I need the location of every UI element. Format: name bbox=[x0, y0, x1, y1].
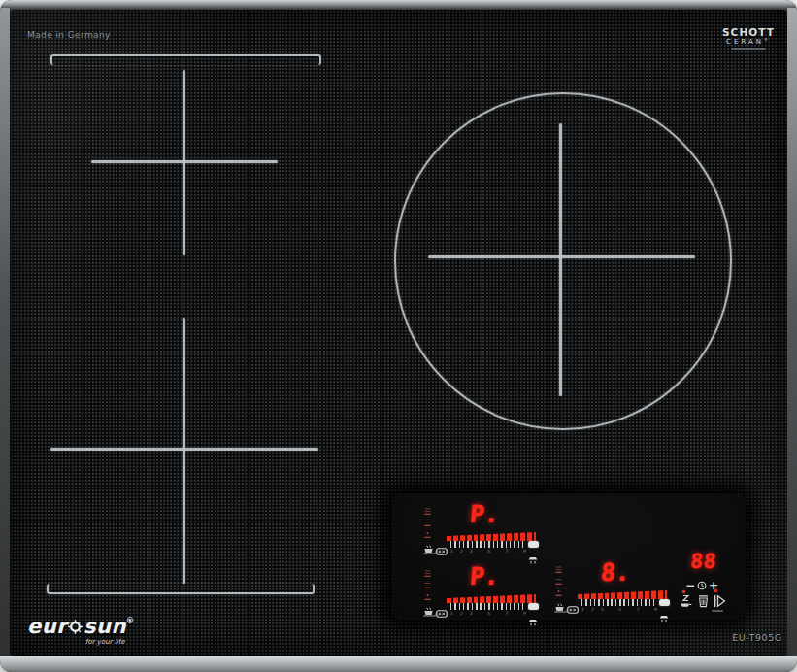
power-level-display: P. bbox=[461, 563, 508, 589]
rear-flex-zone-bracket bbox=[50, 54, 321, 65]
slider-scale-labels: 123·5·7·9 bbox=[450, 611, 526, 616]
circle-zone-outline bbox=[394, 92, 732, 430]
slider-scale-labels: 123·5·7·9 bbox=[581, 607, 657, 612]
slider-off-label: OFF bbox=[435, 612, 445, 617]
warm-level-icons[interactable] bbox=[423, 569, 432, 601]
keep-warm-icon[interactable] bbox=[423, 540, 434, 558]
warm-level-mid-icon[interactable] bbox=[423, 519, 432, 527]
schott-line2: CERAN® bbox=[715, 38, 781, 46]
warm-level-mid-icon[interactable] bbox=[554, 577, 563, 586]
warm-level-mid-icon[interactable] bbox=[423, 581, 432, 589]
front-flex-zone-bracket bbox=[47, 584, 315, 594]
model-label: EU-T905G bbox=[726, 632, 788, 643]
power-level-display: 8. bbox=[592, 559, 639, 586]
circle-cross-horizontal bbox=[428, 255, 695, 258]
timer-controls: − + bbox=[685, 576, 718, 594]
power-slider[interactable] bbox=[581, 599, 657, 606]
keep-warm-pan-icon[interactable] bbox=[681, 593, 692, 612]
power-slider[interactable] bbox=[450, 603, 526, 610]
front-flex-cross-horizontal bbox=[50, 448, 318, 451]
power-level-bar bbox=[447, 594, 536, 603]
keep-warm-icon[interactable] bbox=[554, 598, 565, 617]
timer-minus-button[interactable]: − bbox=[685, 580, 695, 591]
slider-boost-cap[interactable] bbox=[528, 541, 539, 548]
front-flex-cross-vertical bbox=[183, 318, 185, 584]
warm-level-icons[interactable] bbox=[554, 565, 563, 597]
zone-control-right: 8. OFF 123·5·7·9 bbox=[554, 562, 673, 615]
rear-flex-cross-vertical bbox=[183, 70, 185, 255]
power-level-display: P. bbox=[461, 501, 508, 527]
warm-level-high-icon[interactable] bbox=[554, 565, 563, 574]
slider-scale-labels: 123·5·7·9 bbox=[450, 549, 526, 554]
lock-play-micro-label bbox=[712, 610, 723, 612]
slider-boost-cap[interactable] bbox=[659, 599, 670, 606]
warm-level-high-icon[interactable] bbox=[423, 569, 432, 578]
warm-level-low-icon[interactable] bbox=[423, 530, 432, 539]
zone-control-front-left: P. OFF 123·5·7·9 bbox=[423, 566, 542, 619]
warm-level-low-icon[interactable] bbox=[554, 588, 563, 597]
pot-icon[interactable] bbox=[698, 593, 709, 612]
function-indicator-dot bbox=[714, 589, 717, 592]
power-level-bar bbox=[578, 590, 667, 599]
schott-line1: SCHOTT bbox=[715, 26, 781, 38]
booster-icon[interactable] bbox=[528, 550, 538, 568]
eurosun-logo: eursun® for your life bbox=[27, 615, 134, 638]
warm-level-low-icon[interactable] bbox=[423, 592, 432, 601]
induction-hob: Made in Germany SCHOTT CERAN® bbox=[0, 0, 797, 672]
logo-tagline: for your life bbox=[85, 638, 124, 646]
timer-display: 88 bbox=[686, 551, 721, 572]
rear-flex-cross-horizontal bbox=[91, 160, 278, 163]
logo-word: eursun® bbox=[27, 615, 134, 638]
made-in-label: Made in Germany bbox=[27, 30, 111, 40]
power-slider[interactable] bbox=[450, 541, 526, 548]
slider-off-label: OFF bbox=[566, 608, 576, 613]
sun-icon bbox=[67, 619, 83, 635]
slider-boost-cap[interactable] bbox=[528, 603, 539, 610]
schott-ceran-logo: SCHOTT CERAN® bbox=[715, 26, 781, 50]
power-level-bar bbox=[447, 532, 536, 541]
slider-off-label: OFF bbox=[435, 550, 445, 554]
keep-warm-icon[interactable] bbox=[423, 602, 434, 621]
booster-icon[interactable] bbox=[528, 612, 538, 630]
zone-control-rear-left: P. OFF 123·5·7·9 bbox=[423, 504, 542, 556]
circle-cross-vertical bbox=[559, 123, 562, 396]
schott-subline bbox=[731, 48, 766, 50]
timer-clock-icon[interactable] bbox=[697, 576, 707, 594]
warm-level-icons[interactable] bbox=[423, 507, 432, 539]
booster-icon[interactable] bbox=[659, 608, 669, 626]
warm-level-high-icon[interactable] bbox=[423, 507, 432, 516]
